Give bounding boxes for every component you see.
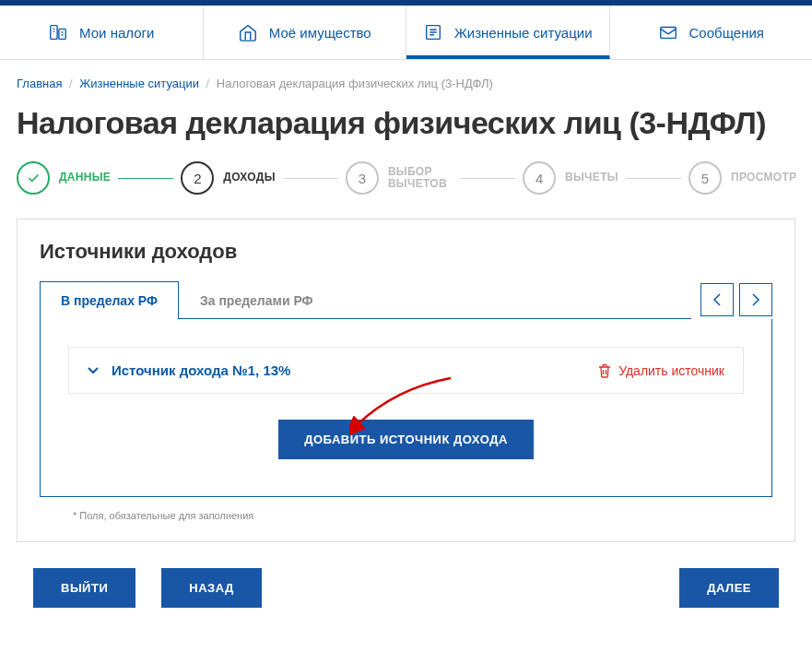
- property-icon: [238, 22, 258, 42]
- step-4[interactable]: 4 ВЫЧЕТЫ: [523, 161, 618, 195]
- pager-next[interactable]: [739, 283, 772, 316]
- nav-label: Мои налоги: [79, 25, 154, 41]
- income-source-row: Источник дохода №1, 13% Удалить источник: [68, 347, 744, 394]
- step-line: [626, 178, 681, 179]
- step-circle: [17, 161, 50, 195]
- step-label: ПРОСМОТР: [731, 172, 795, 184]
- nav-label: Сообщения: [689, 25, 764, 41]
- add-income-source-button[interactable]: ДОБАВИТЬ ИСТОЧНИК ДОХОДА: [278, 420, 534, 459]
- nav-item-messages[interactable]: Сообщения: [610, 6, 813, 59]
- situations-icon: [423, 22, 443, 42]
- breadcrumb-section[interactable]: Жизненные ситуации: [79, 77, 199, 90]
- step-label: ДОХОДЫ: [223, 172, 275, 184]
- bottom-bar: ВЫЙТИ НАЗАД ДАЛЕЕ: [0, 542, 812, 608]
- breadcrumb-sep: /: [69, 77, 73, 90]
- svg-rect-1: [59, 29, 65, 39]
- step-circle: 2: [181, 161, 214, 195]
- breadcrumb-home[interactable]: Главная: [17, 77, 62, 90]
- nav-label: Жизненные ситуации: [454, 25, 593, 41]
- step-2[interactable]: 2 ДОХОДЫ: [181, 161, 275, 195]
- step-circle: 5: [688, 161, 722, 195]
- breadcrumb: Главная / Жизненные ситуации / Налоговая…: [0, 60, 812, 100]
- chevron-left-icon: [712, 292, 722, 307]
- delete-source-link[interactable]: Удалить источник: [598, 363, 724, 378]
- required-fields-note: * Поля, обязательные для заполнения: [56, 497, 756, 521]
- income-source-title: Источник дохода №1, 13%: [112, 362, 290, 378]
- next-button[interactable]: ДАЛЕЕ: [679, 568, 779, 608]
- tab-outside-rf[interactable]: За пределами РФ: [179, 281, 335, 319]
- breadcrumb-sep: /: [206, 77, 210, 90]
- exit-button[interactable]: ВЫЙТИ: [33, 568, 135, 608]
- back-button[interactable]: НАЗАД: [161, 568, 262, 608]
- step-line: [460, 178, 515, 179]
- step-circle: 3: [346, 161, 379, 195]
- breadcrumb-current: Налоговая декларация физических лиц (3-Н…: [217, 77, 493, 90]
- step-1[interactable]: ДАННЫЕ: [17, 161, 111, 195]
- step-label: ДАННЫЕ: [59, 172, 111, 184]
- step-circle: 4: [523, 161, 556, 195]
- top-nav: Мои налоги Моё имущество Жизненные ситуа…: [0, 6, 812, 60]
- pager-prev[interactable]: [700, 283, 734, 316]
- step-label: ВЫБОР ВЫЧЕТОВ: [388, 166, 453, 190]
- messages-icon: [658, 22, 678, 42]
- taxes-icon: [48, 22, 68, 42]
- panel-title: Источники доходов: [40, 240, 772, 264]
- chevron-right-icon: [751, 292, 760, 307]
- pager: [700, 280, 772, 319]
- step-line: [118, 178, 173, 179]
- chevron-down-icon: [88, 364, 99, 377]
- income-source-toggle[interactable]: Источник дохода №1, 13%: [88, 362, 290, 378]
- delete-source-label: Удалить источник: [618, 363, 724, 378]
- nav-item-situations[interactable]: Жизненные ситуации: [406, 6, 610, 59]
- tab-inside-rf[interactable]: В пределах РФ: [40, 281, 179, 319]
- nav-item-property[interactable]: Моё имущество: [204, 6, 407, 59]
- income-sources-panel: Источники доходов В пределах РФ За преде…: [17, 219, 795, 542]
- step-line: [283, 178, 338, 179]
- tabs: В пределах РФ За пределами РФ: [40, 280, 691, 319]
- bottom-left-buttons: ВЫЙТИ НАЗАД: [33, 568, 262, 608]
- step-label: ВЫЧЕТЫ: [565, 172, 618, 184]
- add-button-wrap: ДОБАВИТЬ ИСТОЧНИК ДОХОДА: [68, 420, 744, 459]
- step-3[interactable]: 3 ВЫБОР ВЫЧЕТОВ: [346, 161, 453, 195]
- svg-rect-0: [51, 26, 57, 40]
- nav-item-taxes[interactable]: Мои налоги: [0, 6, 204, 59]
- trash-icon: [598, 363, 611, 378]
- page-title: Налоговая декларация физических лиц (3-Н…: [0, 100, 812, 161]
- tabs-row: В пределах РФ За пределами РФ: [40, 280, 772, 319]
- step-5[interactable]: 5 ПРОСМОТР: [688, 161, 795, 195]
- stepper: ДАННЫЕ 2 ДОХОДЫ 3 ВЫБОР ВЫЧЕТОВ 4 ВЫЧЕТЫ…: [0, 161, 812, 219]
- nav-label: Моё имущество: [269, 25, 371, 41]
- svg-rect-3: [660, 28, 676, 39]
- tab-content: Источник дохода №1, 13% Удалить источник…: [40, 319, 772, 497]
